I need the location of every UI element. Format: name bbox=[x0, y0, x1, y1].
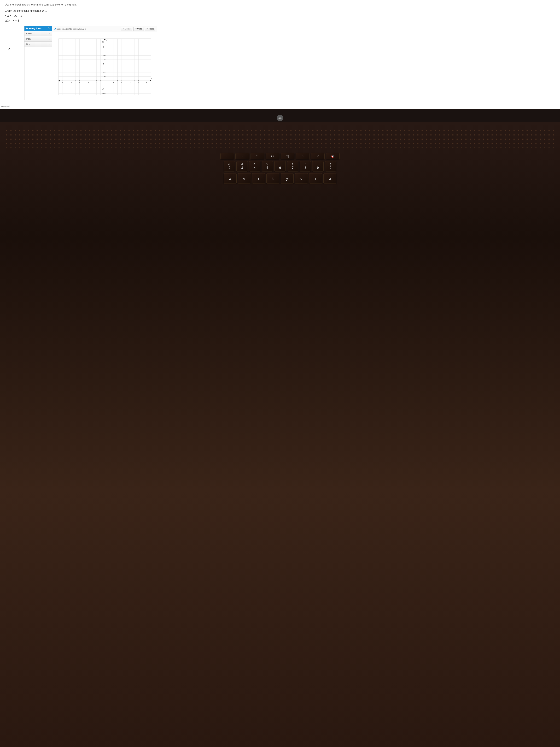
svg-text:6: 6 bbox=[103, 54, 104, 56]
key-num: (9 bbox=[312, 161, 324, 172]
key-fn: → bbox=[235, 153, 249, 159]
svg-text:y: y bbox=[106, 38, 107, 41]
undo-icon: ↶ bbox=[135, 28, 137, 30]
key-fn: ◻‖ bbox=[281, 153, 294, 159]
svg-text:2: 2 bbox=[103, 71, 104, 73]
tool-select[interactable]: Select ↖ bbox=[24, 31, 52, 36]
key-letter: i bbox=[309, 173, 322, 184]
svg-text:8: 8 bbox=[138, 82, 139, 84]
equation-f: f(x) = −2x − 5 bbox=[5, 14, 555, 18]
reset-icon: ⟳ bbox=[146, 28, 148, 30]
key-letter: y bbox=[281, 173, 294, 184]
svg-text:2: 2 bbox=[113, 82, 114, 84]
select-icon: ↖ bbox=[49, 32, 50, 35]
speaker-grille bbox=[3, 129, 557, 148]
key-num: ^6 bbox=[274, 161, 286, 172]
svg-text:x: x bbox=[151, 77, 152, 80]
key-fn: 🔇 bbox=[326, 153, 340, 159]
svg-text:-4: -4 bbox=[102, 93, 104, 94]
svg-text:4: 4 bbox=[121, 82, 122, 84]
point-icon: ● bbox=[49, 38, 50, 40]
key-num: *8 bbox=[300, 161, 311, 172]
drawing-tools-header: Drawing Tools 🔧 bbox=[24, 26, 52, 31]
svg-marker-39 bbox=[150, 80, 151, 81]
question-text: Graph the composite function g(f(x)). bbox=[5, 9, 555, 12]
svg-text:8: 8 bbox=[103, 46, 104, 48]
key-num: @2 bbox=[224, 161, 235, 172]
svg-marker-41 bbox=[104, 38, 106, 40]
keyboard: ←→↻⛶◻‖☼☀🔇 @2#3$4%5^6&7*8(9)0 wertyuio bbox=[0, 151, 560, 187]
svg-text:-6: -6 bbox=[79, 82, 80, 84]
hp-logo: hp bbox=[277, 115, 283, 122]
key-num: )0 bbox=[325, 161, 336, 172]
key-num: #3 bbox=[236, 161, 248, 172]
equation-g: g(x) = x − 1 bbox=[5, 19, 555, 22]
svg-text:10: 10 bbox=[102, 41, 104, 43]
graph-toolbar: ◀ Click on a tool to begin drawing. ✖ De… bbox=[52, 26, 157, 32]
drawing-tools-panel: Drawing Tools 🔧 Select ↖ Point ● Line ↗ bbox=[24, 26, 52, 100]
svg-text:-4: -4 bbox=[87, 82, 89, 84]
key-letter: o bbox=[323, 173, 337, 184]
laptop-physical: ◉ hp ←→↻⛶◻‖☼☀🔇 @2#3$4%5^6&7*8(9)0 wertyu… bbox=[0, 109, 560, 747]
key-num: %5 bbox=[262, 161, 273, 172]
instruction-text: Use the drawing tools to form the correc… bbox=[5, 3, 555, 6]
graph-tool: Drawing Tools 🔧 Select ↖ Point ● Line ↗ … bbox=[24, 26, 157, 100]
svg-text:10: 10 bbox=[146, 82, 148, 84]
key-letter: e bbox=[238, 173, 251, 184]
svg-text:-2: -2 bbox=[102, 88, 104, 90]
svg-text:-8: -8 bbox=[70, 82, 72, 84]
key-fn: ← bbox=[220, 153, 234, 159]
reset-button[interactable]: ⟳ Reset bbox=[145, 27, 155, 31]
key-fn: ⛶ bbox=[266, 153, 279, 159]
tool-line[interactable]: Line ↗ bbox=[24, 42, 52, 47]
svg-text:6: 6 bbox=[130, 82, 131, 84]
footer-text: s reserved. bbox=[0, 104, 560, 109]
key-letter: u bbox=[295, 173, 308, 184]
key-letter: r bbox=[252, 173, 265, 184]
coordinate-grid[interactable]: -10 -8 -6 -4 -2 2 4 6 8 10 -4 -2 bbox=[52, 32, 157, 100]
key-num: &7 bbox=[287, 161, 298, 172]
toolbar-hint: ◀ Click on a tool to begin drawing. bbox=[54, 28, 120, 30]
key-num: $4 bbox=[249, 161, 260, 172]
svg-text:4: 4 bbox=[103, 63, 104, 65]
undo-button[interactable]: ↶ Undo bbox=[133, 27, 144, 31]
tool-point[interactable]: Point ● bbox=[24, 36, 52, 42]
cursor-icon: ➤ bbox=[8, 47, 10, 51]
wrench-icon: 🔧 bbox=[48, 27, 50, 29]
svg-text:-10: -10 bbox=[61, 82, 64, 84]
svg-marker-40 bbox=[58, 80, 60, 81]
delete-button[interactable]: ✖ Delete bbox=[121, 27, 132, 31]
key-letter: t bbox=[266, 173, 279, 184]
hint-arrow-icon: ◀ bbox=[54, 28, 55, 30]
line-icon: ↗ bbox=[49, 43, 50, 45]
key-letter: w bbox=[223, 173, 237, 184]
key-fn: ☀ bbox=[311, 153, 325, 159]
svg-text:-2: -2 bbox=[96, 82, 97, 84]
delete-icon: ✖ bbox=[123, 28, 124, 30]
key-fn: ↻ bbox=[250, 153, 264, 159]
key-fn: ☼ bbox=[296, 153, 310, 159]
